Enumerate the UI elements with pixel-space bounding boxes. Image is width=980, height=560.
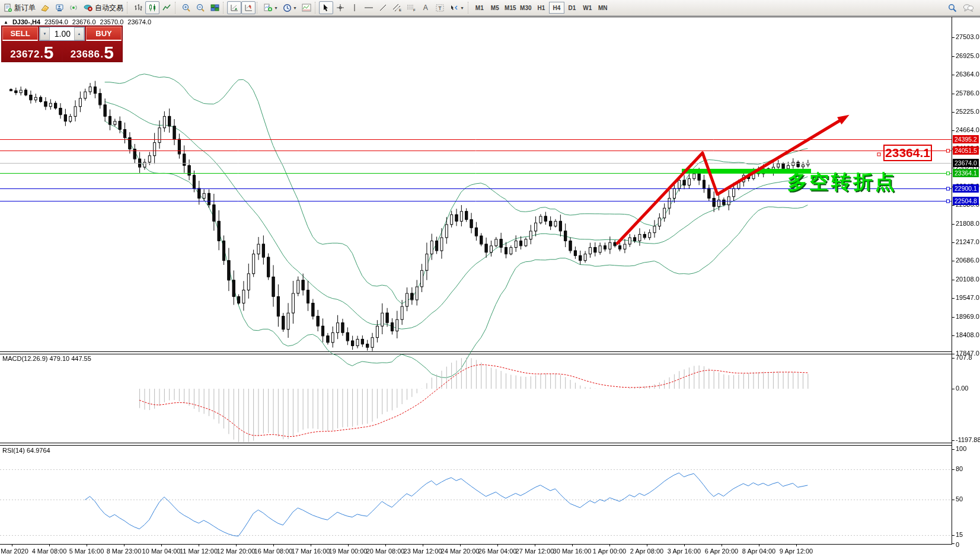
price-level-badge: 22504.8 <box>953 197 979 205</box>
cursor-tool-button[interactable] <box>319 1 333 14</box>
line-chart-button[interactable] <box>159 1 174 14</box>
arrows-icon <box>449 4 459 12</box>
fibonacci-tool-button[interactable]: F <box>404 1 419 14</box>
dropdown-caret-icon: ▼ <box>293 6 297 10</box>
market-watch-button[interactable] <box>38 1 52 14</box>
bar-chart-button[interactable] <box>131 1 145 14</box>
timeframe-m30[interactable]: M30 <box>518 2 534 14</box>
time-axis-label: 30 Mar 16:00 <box>553 548 592 555</box>
price-axis-tick: 25786.0 <box>956 89 979 97</box>
time-axis-label: 2 Apr 08:00 <box>630 548 663 555</box>
price-level-badge: 24051.5 <box>953 146 979 155</box>
price-axis-tick: 26364.0 <box>956 71 979 78</box>
collapse-icon[interactable]: ▲ <box>4 20 8 25</box>
zoom-out-button[interactable] <box>193 1 208 14</box>
trendline-tool-button[interactable] <box>376 1 390 14</box>
toolbar-separator <box>315 2 318 14</box>
vertical-line-tool-button[interactable] <box>347 1 362 14</box>
timeframe-d1[interactable]: D1 <box>564 2 580 14</box>
time-axis-label: 3 Apr 16:00 <box>668 548 701 555</box>
new-order-label: 新订单 <box>14 3 36 13</box>
indicators-button[interactable]: ▼ <box>261 1 280 14</box>
ohlc-low: 23570.0 <box>100 18 124 25</box>
sell-price-frac: 5 <box>44 45 54 60</box>
price-axis-tick: 27503.0 <box>956 33 979 40</box>
symbol-name: DJ30-,H4 <box>12 18 40 25</box>
timeframe-h4[interactable]: H4 <box>549 2 564 14</box>
price-level-badge: 23674.0 <box>953 159 979 167</box>
text-label-tool-button[interactable]: T <box>433 1 447 14</box>
top-toolbar: 新订单 自动交易 <box>0 0 980 16</box>
timeframe-h1[interactable]: H1 <box>534 2 549 14</box>
price-axis-tick: 24664.0 <box>956 126 979 133</box>
vertical-line-icon <box>352 4 357 12</box>
tile-windows-button[interactable] <box>208 1 222 14</box>
timeframe-m5[interactable]: M5 <box>487 2 503 14</box>
buy-price[interactable]: 23686.5 <box>63 41 122 62</box>
crosshair-icon <box>336 4 344 12</box>
sell-price[interactable]: 23672.5 <box>2 41 62 62</box>
price-annotation-box[interactable]: 23364.1 <box>883 145 932 161</box>
cursor-icon <box>322 4 330 12</box>
horizontal-line-tool-button[interactable] <box>362 1 376 14</box>
symbol-header: ▲ DJ30-,H4 23594.0 23676.0 23570.0 23674… <box>4 18 151 25</box>
terminal-user-icon <box>55 4 64 12</box>
timeframe-w1[interactable]: W1 <box>580 2 595 14</box>
macd-axis-tick: 707.8 <box>956 354 972 361</box>
sell-button[interactable]: SELL <box>2 27 38 41</box>
mql-community-button[interactable] <box>52 1 66 14</box>
autotrading-label: 自动交易 <box>95 3 123 13</box>
volume-increase-button[interactable]: ▲ <box>74 27 84 40</box>
timeframe-mn[interactable]: MN <box>595 2 611 14</box>
price-axis-tick: 19547.0 <box>956 294 979 301</box>
templates-button[interactable] <box>299 1 314 14</box>
new-order-button[interactable]: 新订单 <box>1 1 38 14</box>
svg-text:T: T <box>438 5 442 11</box>
chart-shift-button[interactable] <box>241 1 256 14</box>
chat-icon[interactable] <box>963 4 974 12</box>
periods-button[interactable]: ▼ <box>280 1 299 14</box>
dropdown-caret-icon: ▼ <box>460 6 464 10</box>
dropdown-caret-icon: ▼ <box>274 6 278 10</box>
svg-text:E: E <box>399 8 401 12</box>
macd-label: MACD(12.26.9) 479.10 447.55 <box>2 355 91 362</box>
timeframe-m15[interactable]: M15 <box>503 2 518 14</box>
zoom-in-icon <box>181 4 191 12</box>
zoom-out-icon <box>196 4 205 12</box>
macd-axis-tick: 0.00 <box>956 385 968 392</box>
volume-value[interactable]: 1.00 <box>50 27 74 40</box>
channel-tool-button[interactable]: E <box>390 1 404 14</box>
toolbar-separator <box>175 2 178 14</box>
timeframe-m1[interactable]: M1 <box>472 2 487 14</box>
time-axis-label: 8 Apr 04:00 <box>742 548 775 555</box>
arrows-tool-button[interactable]: ▼ <box>447 1 467 14</box>
add-indicator-icon <box>263 4 273 12</box>
text-tool-icon: A <box>423 4 428 12</box>
volume-stepper: ▼ 1.00 ▲ <box>39 27 85 41</box>
one-click-trade-panel: SELL ▼ 1.00 ▲ BUY 23672.5 23686.5 <box>1 25 123 62</box>
buy-button[interactable]: BUY <box>86 27 122 41</box>
mt4-window: 新订单 自动交易 <box>0 0 980 560</box>
new-order-icon <box>4 4 12 12</box>
price-axis-tick: 20108.0 <box>956 276 979 283</box>
text-tool-button[interactable]: A <box>419 1 433 14</box>
search-icon[interactable] <box>948 4 957 12</box>
trendline-icon <box>379 4 387 12</box>
crosshair-tool-button[interactable] <box>333 1 347 14</box>
candlestick-chart-icon <box>148 4 157 12</box>
price-chart-canvas[interactable] <box>0 16 980 560</box>
time-axis-label: 20 Mar 08:00 <box>366 548 405 555</box>
price-axis-tick: 18969.0 <box>956 313 979 320</box>
time-axis-label: 10 Mar 04:00 <box>142 548 181 555</box>
toolbar-separator <box>127 2 130 14</box>
zoom-in-button[interactable] <box>179 1 193 14</box>
candlestick-chart-button[interactable] <box>145 1 159 14</box>
auto-scroll-button[interactable] <box>227 1 241 14</box>
price-level-badge: 24395.2 <box>953 135 979 143</box>
signals-button[interactable] <box>66 1 81 14</box>
turning-point-annotation[interactable]: 多空转折点 <box>787 169 897 196</box>
volume-decrease-button[interactable]: ▼ <box>40 27 50 40</box>
autotrading-button[interactable]: 自动交易 <box>81 1 126 14</box>
ohlc-open: 23594.0 <box>44 18 68 25</box>
price-level-badge: 23364.1 <box>953 169 979 177</box>
